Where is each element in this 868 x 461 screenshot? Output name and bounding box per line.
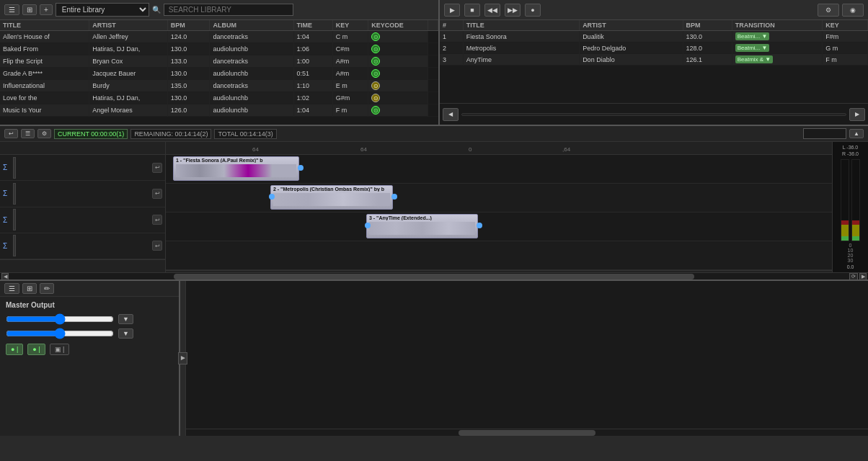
mixer-dropdown-btn-2[interactable]: ▼ xyxy=(118,328,133,339)
bpm-input[interactable]: 130.00 xyxy=(803,128,846,139)
total-indicator: TOTAL 00:14:14(3) xyxy=(214,129,276,139)
lib-title-6: Music Is Your xyxy=(0,104,89,117)
bottom-scrollbar[interactable] xyxy=(186,429,868,436)
col-time: TIME xyxy=(293,20,332,31)
mixer-dropdown-btn-1[interactable]: ▼ xyxy=(118,314,133,324)
lib-title-0: Allen's House of xyxy=(0,31,89,43)
track-row-1: Σ ↩ xyxy=(0,155,165,181)
clip-1-dot xyxy=(298,165,304,171)
lib-key-3: A#m xyxy=(332,68,368,80)
library-row-1[interactable]: Baked From Hatiras, DJ Dan, 130.0 audiol… xyxy=(0,43,438,55)
bottom-grid-btn[interactable]: ⊞ xyxy=(22,283,37,294)
library-row-5[interactable]: Love for the Hatiras, DJ Dan, 130.0 audi… xyxy=(0,92,438,104)
timeline-content: Σ ↩ Σ ↩ Σ ↩ Σ xyxy=(0,142,868,272)
bottom-list-btn[interactable]: ☰ xyxy=(4,283,19,294)
beatmix-badge-1[interactable]: Beatmi... ▼ xyxy=(735,44,770,52)
lib-keycode-6: ⊙ xyxy=(368,104,428,117)
stop-btn[interactable]: ■ xyxy=(464,4,480,17)
track4-ctrl[interactable]: ↩ xyxy=(152,241,162,251)
bottom-edit-btn[interactable]: ✏ xyxy=(40,283,54,294)
playlist-row-0[interactable]: 1 Fiesta Sonora Dualitik 130.0 Beatmi...… xyxy=(440,31,868,42)
library-row-3[interactable]: Grade A B**** Jacquez Bauer 130.0 audiol… xyxy=(0,68,438,80)
ruler-mark-1: 64 xyxy=(252,146,259,153)
beatmix-badge-2[interactable]: Beatmix & ▼ xyxy=(735,55,774,63)
lib-time-0: 1:04 xyxy=(293,31,332,43)
mixer-slider-1[interactable] xyxy=(6,316,114,322)
vu-r-label: R -36.0 xyxy=(842,151,859,156)
beatmix-badge-0[interactable]: Beatmi... ▼ xyxy=(735,32,770,40)
lib-artist-6: Angel Moraes xyxy=(89,104,167,117)
settings-btn[interactable]: ⚙ xyxy=(818,4,839,17)
clip-2[interactable]: 2 - "Metropolis (Christian Ombas Remix)"… xyxy=(270,185,393,210)
lib-title-2: Flip the Script xyxy=(0,55,89,68)
clip-1[interactable]: 1 - "Fiesta Sonora (A.Paul Remix)" b xyxy=(173,156,299,181)
pl-artist-2: Don Diablo xyxy=(580,54,683,66)
pl-key-0: F#m xyxy=(823,31,868,42)
lib-artist-0: Allen Jeffrey xyxy=(89,31,167,43)
bottom-toolbar: ☰ ⊞ ✏ xyxy=(0,281,179,297)
playlist-next[interactable]: ▶ xyxy=(849,108,865,121)
options-btn[interactable]: ◉ xyxy=(842,4,864,17)
library-dropdown[interactable]: Entire Library xyxy=(56,3,149,17)
tl-reset-btn[interactable]: ⟳ xyxy=(849,273,858,280)
lib-key-5: G#m xyxy=(332,92,368,104)
timeline-scrollbar-thumb[interactable] xyxy=(174,274,694,279)
side-tab-btn[interactable]: ◀ xyxy=(178,352,187,364)
lib-title-5: Love for the xyxy=(0,92,89,104)
lib-artist-5: Hatiras, DJ Dan, xyxy=(89,92,167,104)
lib-artist-2: Bryan Cox xyxy=(89,55,167,68)
col-key: KEY xyxy=(332,20,368,31)
track-lane-1: 1 - "Fiesta Sonora (A.Paul Remix)" b xyxy=(166,155,832,184)
playlist-row-2[interactable]: 3 AnyTime Don Diablo 126.1 Beatmix & ▼ F… xyxy=(440,54,868,66)
bottom-section: ☰ ⊞ ✏ Master Output ▼ ▼ ● | ● | ▣ | ◀ xyxy=(0,281,868,436)
bottom-left-panel: ☰ ⊞ ✏ Master Output ▼ ▼ ● | ● | ▣ | xyxy=(0,281,180,436)
mix-btn-active-2[interactable]: ● | xyxy=(27,344,45,355)
track-icon-3: Σ xyxy=(3,216,7,224)
track2-ctrl[interactable]: ↩ xyxy=(152,189,162,199)
clip-3[interactable]: 3 - "AnyTime (Extended...) xyxy=(366,214,478,238)
track-lane-4 xyxy=(166,241,832,270)
lib-artist-4: Burdy xyxy=(89,80,167,92)
library-row-4[interactable]: Influenzational Burdy 135.0 dancetracks … xyxy=(0,80,438,92)
ff-btn[interactable]: ▶▶ xyxy=(505,4,521,17)
bpm-up[interactable]: ▲ xyxy=(849,129,864,138)
library-row-6[interactable]: Music Is Your Angel Moraes 126.0 audiolu… xyxy=(0,104,438,117)
record-btn[interactable]: ● xyxy=(525,4,541,17)
tl-btn-2[interactable]: ☰ xyxy=(21,129,35,138)
play-btn[interactable]: ▶ xyxy=(444,4,460,17)
mix-btn-3[interactable]: ▣ | xyxy=(50,344,70,355)
tl-btn-1[interactable]: ↩ xyxy=(4,129,18,138)
search-input[interactable] xyxy=(164,4,293,16)
lib-bpm-1: 130.0 xyxy=(167,43,210,55)
pcol-artist: ARTIST xyxy=(580,20,683,31)
master-output-label: Master Output xyxy=(0,297,179,312)
timeline-scrollbar[interactable]: ▶ ◀ ⟳ xyxy=(0,272,868,279)
lib-bpm-3: 130.0 xyxy=(167,68,210,80)
playlist-row-1[interactable]: 2 Metropolis Pedro Delgado 128.0 Beatmi.… xyxy=(440,42,868,54)
lib-bpm-5: 130.0 xyxy=(167,92,210,104)
track1-ctrl[interactable]: ↩ xyxy=(152,163,162,173)
playlist-prev[interactable]: ◀ xyxy=(443,108,459,121)
lib-key-2: A#m xyxy=(332,55,368,68)
tl-btn-3[interactable]: ⚙ xyxy=(37,129,51,138)
bottom-scrollbar-thumb[interactable] xyxy=(459,430,595,436)
tl-scroll-right[interactable]: ▶ xyxy=(859,273,867,280)
track-icon-4: Σ xyxy=(3,242,7,250)
lib-album-4: dancetracks xyxy=(210,80,293,92)
library-row-0[interactable]: Allen's House of Allen Jeffrey 124.0 dan… xyxy=(0,31,438,43)
track3-ctrl[interactable]: ↩ xyxy=(152,215,162,225)
vu-scale-0: 0 xyxy=(849,243,852,248)
tl-scroll-left[interactable]: ◀ xyxy=(1,273,9,280)
clip-2-dot-start xyxy=(269,194,275,200)
keycode-icon-2: ⊙ xyxy=(371,57,380,66)
library-row-2[interactable]: Flip the Script Bryan Cox 133.0 dancetra… xyxy=(0,55,438,68)
keycode-icon-6: ⊙ xyxy=(371,106,380,115)
list-view-btn[interactable]: ☰ xyxy=(4,4,19,15)
add-btn[interactable]: + xyxy=(40,4,53,15)
grid-view-btn[interactable]: ⊞ xyxy=(22,4,37,15)
pcol-title: TITLE xyxy=(463,20,579,31)
mix-btn-active-1[interactable]: ● | xyxy=(6,344,23,355)
mixer-slider-2[interactable] xyxy=(6,331,114,336)
lib-album-5: audiolunchb xyxy=(210,92,293,104)
rewind-btn[interactable]: ◀◀ xyxy=(484,4,500,17)
